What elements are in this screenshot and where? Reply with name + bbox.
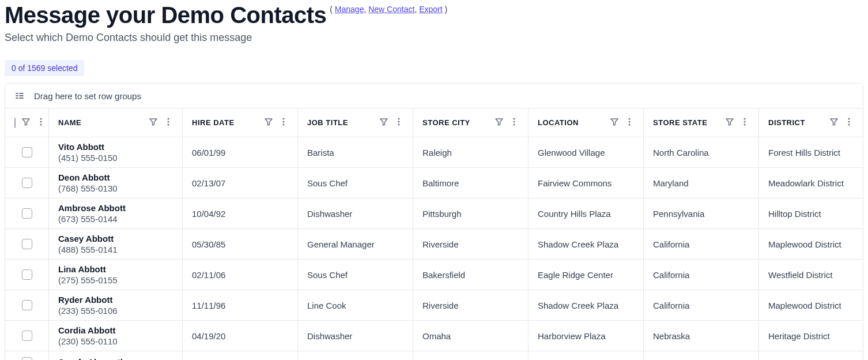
- table-row[interactable]: Cordia Abbott (230) 555-0110 04/19/20 Di…: [5, 321, 863, 351]
- contact-phone: (275) 555-0155: [58, 275, 118, 285]
- filter-icon[interactable]: [725, 117, 734, 128]
- row-checkbox-cell: [5, 321, 49, 351]
- column-header-store-state[interactable]: STORE STATE: [644, 108, 759, 137]
- row-group-icon: [14, 91, 25, 101]
- table-body: Vito Abbott (451) 555-0150 06/01/99 Bari…: [5, 137, 863, 360]
- table-row[interactable]: Ambrose Abbott (673) 555-0144 10/04/92 D…: [5, 198, 863, 229]
- select-all-checkbox[interactable]: [14, 118, 16, 128]
- cell-job-title: General Manager: [298, 229, 413, 259]
- contact-phone: (673) 555-0144: [58, 214, 118, 224]
- filter-icon[interactable]: [610, 117, 619, 128]
- cell-store-state: North Carolina: [644, 137, 759, 167]
- manage-link[interactable]: Manage: [335, 5, 364, 14]
- cell-store-state: California: [644, 290, 759, 320]
- new-contact-link[interactable]: New Contact: [368, 5, 414, 14]
- cell-job-title: Barista: [298, 137, 413, 167]
- column-header-hire-date[interactable]: HIRE DATE: [183, 108, 298, 137]
- contact-name: Casey Abbott: [58, 234, 114, 243]
- column-menu-icon[interactable]: [164, 117, 173, 128]
- cell-location: Eagle Ridge Center: [529, 260, 644, 290]
- cell-hire-date: 05/30/85: [183, 229, 298, 259]
- row-checkbox[interactable]: [22, 208, 32, 219]
- contact-phone: (233) 555-0106: [58, 306, 118, 316]
- data-grid: Drag here to set row groups NAME HIRE DA…: [5, 83, 863, 360]
- row-group-drop-zone[interactable]: Drag here to set row groups: [5, 84, 863, 108]
- cell-location: Glenwood Village: [529, 137, 644, 167]
- cell-store-city: Riverside: [413, 229, 529, 259]
- page-title: Message your Demo Contacts: [5, 2, 326, 28]
- cell-location: Harborview Plaza: [529, 321, 644, 351]
- row-checkbox-cell: [5, 137, 49, 167]
- filter-icon[interactable]: [21, 117, 31, 128]
- filter-icon[interactable]: [149, 117, 158, 128]
- row-checkbox-cell: [5, 229, 49, 259]
- table-row[interactable]: Josefa Abernathy: [5, 351, 863, 360]
- cell-store-state: Pennsylvania: [644, 198, 759, 228]
- header-checkbox-cell: [5, 108, 49, 137]
- row-checkbox[interactable]: [22, 331, 32, 341]
- cell-hire-date: 04/19/20: [183, 321, 298, 351]
- cell-district: Meadowlark District: [759, 168, 863, 198]
- cell-name: Vito Abbott (451) 555-0150: [49, 137, 183, 167]
- cell-store-state: Nebraska: [644, 321, 759, 351]
- contact-name: Josefa Abernathy: [58, 357, 130, 360]
- cell-store-city: Bakersfield: [413, 260, 529, 290]
- cell-name: Cordia Abbott (230) 555-0110: [49, 321, 183, 351]
- cell-name: Ryder Abbott (233) 555-0106: [49, 290, 183, 320]
- cell-district: Forest Hills District: [759, 137, 863, 167]
- contact-name: Vito Abbott: [58, 142, 104, 152]
- contact-phone: (230) 555-0110: [58, 336, 118, 346]
- row-checkbox[interactable]: [22, 300, 32, 310]
- table-row[interactable]: Vito Abbott (451) 555-0150 06/01/99 Bari…: [5, 137, 863, 168]
- column-menu-icon[interactable]: [625, 117, 634, 128]
- column-header-district[interactable]: DISTRICT: [759, 108, 863, 137]
- column-header-name[interactable]: NAME: [49, 108, 183, 137]
- cell-store-city: Riverside: [413, 290, 529, 320]
- cell-name: Deon Abbott (768) 555-0130: [49, 168, 183, 198]
- row-checkbox-cell: [5, 351, 49, 360]
- cell-district: Maplewood District: [759, 290, 863, 320]
- row-checkbox-cell: [5, 290, 49, 320]
- filter-icon[interactable]: [379, 117, 388, 128]
- row-checkbox[interactable]: [22, 239, 32, 249]
- cell-store-city: Omaha: [413, 321, 529, 351]
- cell-location: Shadow Creek Plaza: [529, 290, 644, 320]
- table-row[interactable]: Deon Abbott (768) 555-0130 02/13/07 Sous…: [5, 168, 863, 198]
- export-link[interactable]: Export: [419, 5, 442, 14]
- column-menu-icon[interactable]: [740, 117, 749, 128]
- filter-icon[interactable]: [829, 117, 839, 128]
- row-checkbox-cell: [5, 168, 49, 198]
- cell-hire-date: 06/01/99: [183, 137, 298, 167]
- cell-hire-date: 02/13/07: [183, 168, 298, 198]
- filter-icon[interactable]: [495, 117, 504, 128]
- cell-job-title: Dishwasher: [298, 198, 413, 228]
- column-menu-icon[interactable]: [510, 117, 519, 128]
- table-row[interactable]: Ryder Abbott (233) 555-0106 11/11/96 Lin…: [5, 290, 863, 321]
- cell-store-state: California: [644, 229, 759, 259]
- page-subtitle: Select which Demo Contacts should get th…: [5, 32, 863, 44]
- column-menu-icon[interactable]: [36, 117, 46, 128]
- cell-store-city: Raleigh: [413, 137, 529, 167]
- row-checkbox[interactable]: [22, 178, 32, 188]
- cell-job-title: Dishwasher: [298, 321, 413, 351]
- column-menu-icon[interactable]: [394, 117, 403, 128]
- links-open: (: [330, 5, 333, 14]
- cell-store-state: Maryland: [644, 168, 759, 198]
- column-menu-icon[interactable]: [279, 117, 288, 128]
- cell-district: Hilltop District: [759, 198, 863, 228]
- cell-location: Country Hills Plaza: [529, 198, 644, 228]
- filter-icon[interactable]: [264, 117, 273, 128]
- column-header-store-city[interactable]: STORE CITY: [413, 108, 529, 137]
- column-header-job-title[interactable]: JOB TITLE: [298, 108, 413, 137]
- table-row[interactable]: Casey Abbott (488) 555-0141 05/30/85 Gen…: [5, 229, 863, 260]
- row-checkbox[interactable]: [22, 269, 32, 280]
- contact-name: Ambrose Abbott: [58, 203, 126, 213]
- table-row[interactable]: Lina Abbott (275) 555-0155 02/11/06 Sous…: [5, 260, 863, 290]
- cell-job-title: Line Cook: [298, 290, 413, 320]
- column-menu-icon[interactable]: [844, 117, 854, 128]
- row-checkbox[interactable]: [22, 357, 32, 361]
- column-header-location[interactable]: LOCATION: [529, 108, 644, 137]
- cell-job-title: Sous Chef: [298, 168, 413, 198]
- row-group-hint: Drag here to set row groups: [34, 91, 141, 101]
- row-checkbox[interactable]: [22, 147, 32, 158]
